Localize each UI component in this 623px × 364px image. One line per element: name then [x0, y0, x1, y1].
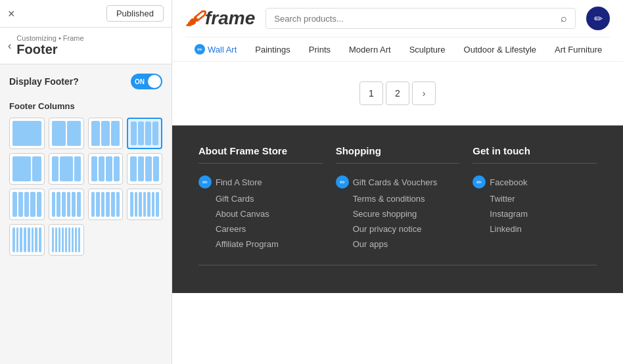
main-content: 1 2 › About Frame Store ✏ Find A Store G…: [172, 62, 623, 364]
facebook-icon: ✏: [473, 175, 486, 189]
store-header: 🖌 frame ⌕ ✏ ✏ Wall Art Paintings Prints …: [172, 0, 623, 62]
page-2-button[interactable]: 2: [386, 81, 409, 105]
col-option-11[interactable]: [88, 189, 124, 220]
find-store-label: Find A Store: [216, 177, 262, 187]
col-option-7[interactable]: [88, 153, 124, 185]
toggle-thumb: [148, 75, 161, 88]
col-option-3[interactable]: [88, 118, 124, 149]
footer-col-1-title: About Frame Store: [198, 145, 323, 164]
footer-col-1: About Frame Store ✏ Find A Store Gift Ca…: [198, 145, 323, 252]
close-button[interactable]: ×: [8, 8, 15, 20]
footer-link-linkedin[interactable]: Linkedin: [473, 221, 597, 237]
col-option-14[interactable]: [49, 224, 84, 256]
next-page-button[interactable]: ›: [412, 81, 436, 105]
col-option-12[interactable]: [127, 189, 162, 220]
page-1-button[interactable]: 1: [359, 81, 383, 105]
nav-label-paintings: Paintings: [255, 45, 290, 55]
nav-item-sculpture[interactable]: Sculpture: [400, 37, 455, 61]
toggle-text: ON: [135, 78, 145, 85]
nav-item-modern-art[interactable]: Modern Art: [340, 37, 400, 61]
logo-text: frame: [205, 8, 255, 29]
published-button[interactable]: Published: [106, 5, 164, 22]
footer-columns-label: Footer Columns: [9, 101, 162, 111]
nav-label-outdoor: Outdoor & Lifestyle: [464, 45, 537, 55]
col-option-1[interactable]: [9, 118, 45, 149]
footer-col-3: Get in touch ✏ Facebook Twitter Instagra…: [473, 145, 597, 252]
columns-grid: [9, 118, 162, 256]
store-nav: ✏ Wall Art Paintings Prints Modern Art S…: [185, 37, 610, 61]
nav-item-outdoor[interactable]: Outdoor & Lifestyle: [455, 37, 546, 61]
nav-label-prints: Prints: [309, 45, 331, 55]
panel-title: Footer: [16, 42, 83, 57]
left-panel: × Published ‹ Customizing • Frame Footer…: [0, 0, 172, 364]
breadcrumb-section: ‹ Customizing • Frame Footer: [0, 28, 172, 64]
find-store-icon: ✏: [198, 175, 212, 189]
footer-link-apps[interactable]: Our apps: [336, 237, 460, 252]
back-button[interactable]: ‹: [8, 40, 11, 52]
nav-item-paintings[interactable]: Paintings: [246, 37, 299, 61]
nav-item-art-furniture[interactable]: Art Furniture: [545, 37, 610, 61]
nav-icon-wall-art: ✏: [195, 44, 205, 55]
gift-vouchers-label: Gift Cards & Vouchers: [353, 177, 438, 187]
footer-col-3-title: Get in touch: [473, 145, 597, 164]
footer-link-terms[interactable]: Terms & conditions: [336, 191, 460, 206]
footer-link-find-store[interactable]: ✏ Find A Store: [198, 173, 323, 191]
footer-link-affiliate[interactable]: Affiliate Program: [198, 237, 323, 252]
breadcrumb: Customizing • Frame: [16, 34, 83, 42]
nav-item-wall-art[interactable]: ✏ Wall Art: [185, 37, 246, 61]
col-option-5[interactable]: [9, 153, 45, 185]
search-icon[interactable]: ⌕: [561, 12, 567, 24]
footer-link-privacy[interactable]: Our privacy notice: [336, 221, 460, 237]
nav-label-sculpture: Sculpture: [409, 45, 446, 55]
col-option-13[interactable]: [9, 224, 45, 256]
col-option-2[interactable]: [49, 118, 84, 149]
display-footer-row: Display Footer? ON: [9, 74, 162, 89]
logo: 🖌 frame: [185, 8, 255, 30]
panel-body: Display Footer? ON Footer Columns: [0, 64, 172, 364]
display-footer-toggle[interactable]: ON: [131, 74, 162, 89]
footer-link-secure[interactable]: Secure shopping: [336, 206, 460, 221]
footer-col-2: Shopping ✏ Gift Cards & Vouchers Terms &…: [336, 145, 460, 252]
store-top: 🖌 frame ⌕ ✏: [185, 0, 610, 37]
col-option-9[interactable]: [9, 189, 45, 220]
search-input[interactable]: [274, 14, 561, 24]
col-option-4[interactable]: [127, 118, 162, 149]
facebook-label: Facebook: [490, 177, 527, 187]
footer-link-careers[interactable]: Careers: [198, 221, 323, 237]
nav-label-modern-art: Modern Art: [349, 45, 391, 55]
footer-link-instagram[interactable]: Instagram: [473, 206, 597, 221]
nav-item-prints[interactable]: Prints: [300, 37, 340, 61]
footer-bottom: [198, 265, 597, 273]
footer-link-gift-vouchers[interactable]: ✏ Gift Cards & Vouchers: [336, 173, 460, 191]
store-footer: About Frame Store ✏ Find A Store Gift Ca…: [172, 125, 623, 293]
col-option-10[interactable]: [49, 189, 84, 220]
display-footer-label: Display Footer?: [9, 76, 79, 87]
left-header: × Published: [0, 0, 172, 28]
footer-link-twitter[interactable]: Twitter: [473, 191, 597, 206]
footer-link-facebook[interactable]: ✏ Facebook: [473, 173, 597, 191]
gift-vouchers-icon: ✏: [336, 175, 349, 189]
search-bar[interactable]: ⌕: [265, 8, 576, 29]
right-panel: 🖌 frame ⌕ ✏ ✏ Wall Art Paintings Prints …: [172, 0, 623, 364]
pagination-area: 1 2 ›: [172, 62, 623, 125]
footer-link-about-canvas[interactable]: About Canvas: [198, 206, 323, 221]
nav-label-wall-art: Wall Art: [208, 45, 237, 55]
col-option-6[interactable]: [49, 153, 84, 185]
col-option-8[interactable]: [127, 153, 162, 185]
footer-col-2-title: Shopping: [336, 145, 460, 164]
footer-grid: About Frame Store ✏ Find A Store Gift Ca…: [198, 145, 597, 252]
nav-label-art-furniture: Art Furniture: [555, 45, 602, 55]
footer-link-gift-cards[interactable]: Gift Cards: [198, 191, 323, 206]
logo-icon: 🖌: [185, 8, 204, 30]
edit-fab[interactable]: ✏: [586, 7, 610, 30]
